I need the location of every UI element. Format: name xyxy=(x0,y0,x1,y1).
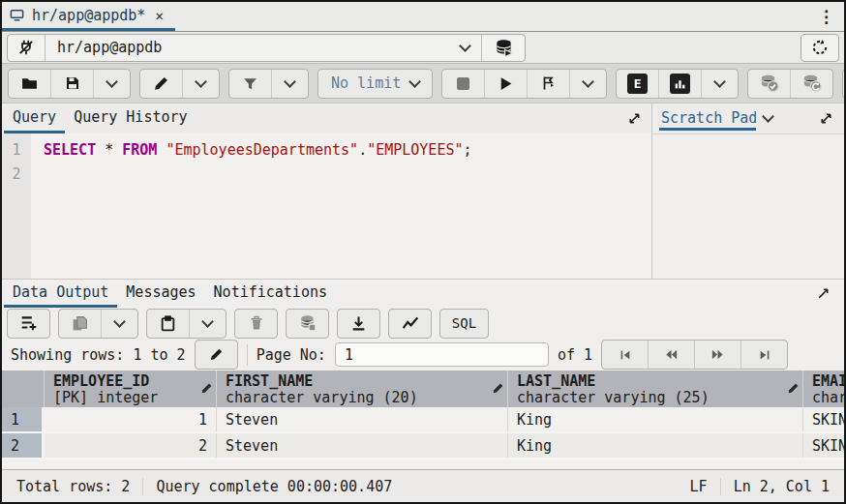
tab-query[interactable]: Query xyxy=(4,104,65,133)
paste-chevron-icon[interactable] xyxy=(189,310,226,338)
expand-icon[interactable] xyxy=(815,111,837,126)
query-toolbar: No limit E xyxy=(2,64,844,104)
total-rows-status: Total rows: 2 xyxy=(16,478,130,495)
chevron-down-icon[interactable] xyxy=(448,35,481,61)
tab-query-history[interactable]: Query History xyxy=(65,104,196,133)
download-icon[interactable] xyxy=(338,310,379,338)
eol-indicator[interactable]: LF xyxy=(690,478,708,495)
copy-chevron-icon[interactable] xyxy=(101,310,137,338)
page-number-input[interactable] xyxy=(335,342,549,367)
graph-visualiser-icon[interactable] xyxy=(389,310,431,338)
grid-cell[interactable]: Steven xyxy=(217,433,508,458)
chevron-down-icon[interactable] xyxy=(762,110,774,123)
query-pane-tabs: Query Query History xyxy=(2,104,651,133)
sql-token: SELECT xyxy=(44,141,96,159)
line-number: 2 xyxy=(2,163,31,187)
edit-column-pencil-icon[interactable] xyxy=(200,382,213,395)
grid-cell[interactable]: 2 xyxy=(45,433,217,458)
edit-options-chevron-icon[interactable] xyxy=(182,70,219,98)
grid-cell[interactable]: Steven xyxy=(217,407,508,431)
explain-analyze-icon[interactable] xyxy=(658,70,701,98)
column-header[interactable]: EMPLOYEE_ID[PK] integer xyxy=(45,371,217,407)
grid-corner-cell[interactable] xyxy=(2,371,45,407)
scratch-pad-editor[interactable] xyxy=(652,133,844,279)
sql-token: "EmployeesDepartments" xyxy=(166,141,358,159)
result-grid[interactable]: EMPLOYEE_ID[PK] integerFIRST_NAMEcharact… xyxy=(2,371,844,469)
tab-messages[interactable]: Messages xyxy=(117,280,204,308)
filter-icon[interactable] xyxy=(229,70,271,98)
paste-icon[interactable] xyxy=(147,310,189,338)
prev-page-icon[interactable] xyxy=(648,341,694,369)
connection-status-icon[interactable] xyxy=(8,35,45,61)
table-row[interactable]: 22StevenKingSKING xyxy=(2,433,844,460)
column-header[interactable]: LAST_NAMEcharacter varying (25) xyxy=(508,371,803,407)
status-bar: Total rows: 2 Query complete 00:00:00.40… xyxy=(2,469,844,502)
first-page-icon[interactable] xyxy=(602,341,648,369)
column-header[interactable]: EMAILcharacter varying (25) xyxy=(803,371,844,407)
sql-token: * xyxy=(105,141,113,159)
showing-rows-label: Showing rows: 1 to 2 xyxy=(11,346,186,364)
edit-column-pencil-icon[interactable] xyxy=(492,382,504,395)
execute-icon[interactable] xyxy=(484,70,527,98)
query-pane: Query Query History 1 2 SELECT * FROM "E… xyxy=(2,104,652,279)
sql-code[interactable]: SELECT * FROM "EmployeesDepartments"."EM… xyxy=(31,133,472,279)
edit-icon[interactable] xyxy=(140,70,182,98)
connection-bar: hr/app@appdb xyxy=(2,32,844,64)
save-options-chevron-icon[interactable] xyxy=(93,70,130,98)
save-file-icon[interactable] xyxy=(50,70,93,98)
line-number: 1 xyxy=(2,138,31,163)
output-toolbar: SQL xyxy=(2,308,844,339)
tab-data-output[interactable]: Data Output xyxy=(4,280,117,308)
close-icon[interactable]: ✕ xyxy=(155,8,163,23)
sql-token xyxy=(113,141,122,159)
explain-chevron-icon[interactable] xyxy=(701,70,738,98)
scratch-pad-header: Scratch Pad xyxy=(652,104,844,133)
grid-cell[interactable]: King xyxy=(508,407,803,431)
cancel-query-icon[interactable] xyxy=(442,70,484,98)
grid-cell[interactable]: SKING xyxy=(803,407,844,431)
grid-cell[interactable]: SKING xyxy=(803,433,844,458)
sql-token: ; xyxy=(464,141,472,159)
query-tool-window: hr/app@appdb* ✕ ⋮ hr/app@appdb xyxy=(0,0,846,504)
copy-icon[interactable] xyxy=(59,310,101,338)
sql-editor[interactable]: 1 2 SELECT * FROM "EmployeesDepartments"… xyxy=(2,133,651,279)
save-data-icon[interactable] xyxy=(287,310,328,338)
tab-notifications[interactable]: Notifications xyxy=(205,280,336,308)
new-connection-icon[interactable] xyxy=(481,35,525,61)
next-page-icon[interactable] xyxy=(694,341,740,369)
filter-options-chevron-icon[interactable] xyxy=(271,70,308,98)
expand-icon[interactable] xyxy=(808,280,838,308)
execute-chevron-icon[interactable] xyxy=(569,70,606,98)
row-limit-select[interactable]: No limit xyxy=(318,70,432,98)
connection-combo: hr/app@appdb xyxy=(7,34,526,62)
grid-cell[interactable]: King xyxy=(508,433,803,458)
query-tool-tab[interactable]: hr/app@appdb* ✕ xyxy=(2,2,175,31)
monitor-icon xyxy=(10,8,24,22)
reset-layout-icon[interactable] xyxy=(801,34,839,62)
table-row[interactable]: 11StevenKingSKING xyxy=(2,407,844,433)
row-limit-label: No limit xyxy=(331,74,401,92)
sql-token: FROM xyxy=(122,141,157,159)
edit-range-pencil-icon[interactable] xyxy=(196,341,237,369)
row-number-cell[interactable]: 2 xyxy=(2,433,45,458)
show-sql-button[interactable]: SQL xyxy=(440,310,488,338)
rollback-icon[interactable] xyxy=(790,70,832,98)
tab-title: hr/app@appdb* xyxy=(32,7,145,24)
open-file-icon[interactable] xyxy=(9,70,50,98)
cursor-position: Ln 2, Col 1 xyxy=(734,478,830,495)
page-no-label: Page No: xyxy=(257,346,326,364)
commit-icon[interactable] xyxy=(748,70,790,98)
edit-column-pencil-icon[interactable] xyxy=(787,382,800,395)
connection-selector[interactable]: hr/app@appdb xyxy=(45,35,448,61)
scratch-pad-label[interactable]: Scratch Pad xyxy=(659,106,756,131)
execute-options-icon[interactable] xyxy=(527,70,569,98)
add-row-icon[interactable] xyxy=(8,310,49,338)
expand-icon[interactable] xyxy=(619,104,650,133)
delete-row-icon[interactable] xyxy=(235,310,277,338)
row-number-cell[interactable]: 1 xyxy=(2,407,45,431)
kebab-menu-icon[interactable]: ⋮ xyxy=(808,2,844,31)
column-header[interactable]: FIRST_NAMEcharacter varying (20) xyxy=(217,371,508,407)
grid-cell[interactable]: 1 xyxy=(45,407,217,431)
last-page-icon[interactable] xyxy=(740,341,787,369)
explain-icon[interactable]: E xyxy=(617,70,658,98)
